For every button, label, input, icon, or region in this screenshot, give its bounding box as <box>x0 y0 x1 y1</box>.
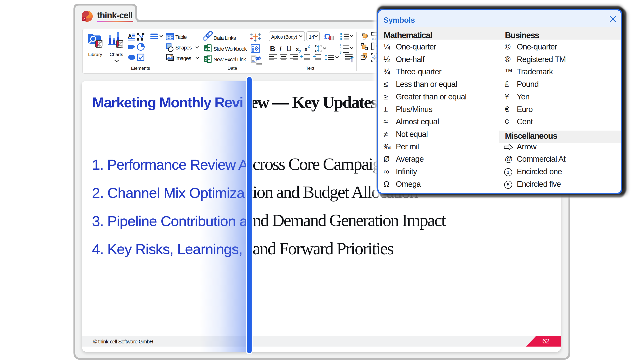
svg-text:¶: ¶ <box>350 56 354 63</box>
svg-text:2: 2 <box>308 44 310 48</box>
svg-text:2: 2 <box>299 49 301 54</box>
svg-text:B: B <box>270 45 275 53</box>
svg-text:U: U <box>286 45 292 53</box>
svg-text:x: x <box>296 45 299 53</box>
svg-text:3: 3 <box>340 50 342 54</box>
svg-text:I: I <box>279 45 282 53</box>
svg-text:P: P <box>82 17 85 21</box>
svg-text:A: A <box>128 33 132 39</box>
svg-text:A: A <box>258 57 261 61</box>
svg-text:x: x <box>304 45 308 53</box>
